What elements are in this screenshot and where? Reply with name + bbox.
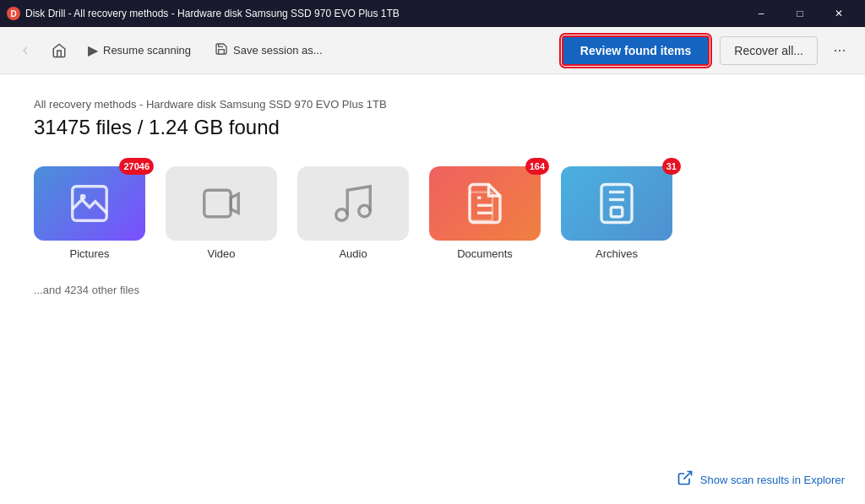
svg-rect-12 [611, 208, 623, 217]
category-list: 27046 Pictures Video [34, 166, 831, 260]
pictures-icon [67, 181, 112, 226]
minimize-button[interactable]: – [742, 0, 781, 27]
archives-icon [594, 181, 639, 226]
show-in-explorer-label: Show scan results in Explorer [700, 474, 845, 486]
archives-card: 31 [561, 166, 672, 241]
documents-label: Documents [457, 247, 513, 260]
category-archives[interactable]: 31 Archives [561, 166, 672, 260]
save-icon [215, 42, 228, 59]
documents-card: 164 [429, 166, 541, 241]
export-icon [677, 469, 694, 490]
toolbar: ▶ Resume scanning Save session as... Rev… [0, 27, 865, 74]
resume-scanning-label: Resume scanning [103, 44, 191, 57]
video-card [166, 166, 277, 241]
documents-icon [462, 181, 508, 226]
audio-card [297, 166, 409, 241]
pictures-badge: 27046 [119, 158, 154, 175]
documents-badge: 164 [525, 158, 549, 175]
scan-subtitle: All recovery methods - Hardware disk Sam… [34, 98, 831, 111]
back-button[interactable] [10, 35, 41, 66]
other-files-label: ...and 4234 other files [34, 284, 831, 296]
pictures-label: Pictures [70, 247, 110, 260]
category-audio[interactable]: Audio [297, 166, 409, 260]
archives-badge: 31 [662, 158, 681, 175]
svg-point-3 [336, 209, 348, 221]
window-controls: – □ ✕ [742, 0, 858, 27]
more-options-button[interactable]: ··· [824, 35, 855, 66]
close-button[interactable]: ✕ [819, 0, 858, 27]
recover-all-button[interactable]: Recover all... [720, 36, 818, 65]
video-label: Video [207, 247, 235, 260]
svg-rect-2 [204, 190, 231, 217]
video-icon [199, 181, 244, 226]
title-bar: D Disk Drill - All recovery methods - Ha… [0, 0, 865, 27]
save-session-label: Save session as... [233, 44, 323, 57]
restore-button[interactable]: □ [781, 0, 819, 27]
scan-title: 31475 files / 1.24 GB found [34, 116, 831, 139]
resume-scanning-button[interactable]: ▶ Resume scanning [78, 37, 201, 63]
category-pictures[interactable]: 27046 Pictures [34, 166, 145, 260]
svg-point-4 [359, 205, 371, 217]
window-title: Disk Drill - All recovery methods - Hard… [25, 8, 400, 19]
main-content: All recovery methods - Hardware disk Sam… [0, 74, 865, 504]
play-icon: ▶ [88, 42, 98, 58]
audio-icon [330, 181, 376, 226]
home-button[interactable] [44, 35, 74, 66]
save-session-button[interactable]: Save session as... [204, 37, 333, 64]
pictures-card: 27046 [34, 166, 145, 241]
show-in-explorer-button[interactable]: Show scan results in Explorer [656, 456, 865, 504]
review-found-items-button[interactable]: Review found items [562, 35, 710, 66]
svg-line-13 [683, 472, 691, 480]
archives-label: Archives [596, 247, 638, 260]
app-icon: D [7, 7, 20, 20]
audio-label: Audio [339, 247, 367, 260]
category-documents[interactable]: 164 Documents [429, 166, 541, 260]
category-video[interactable]: Video [166, 166, 277, 260]
